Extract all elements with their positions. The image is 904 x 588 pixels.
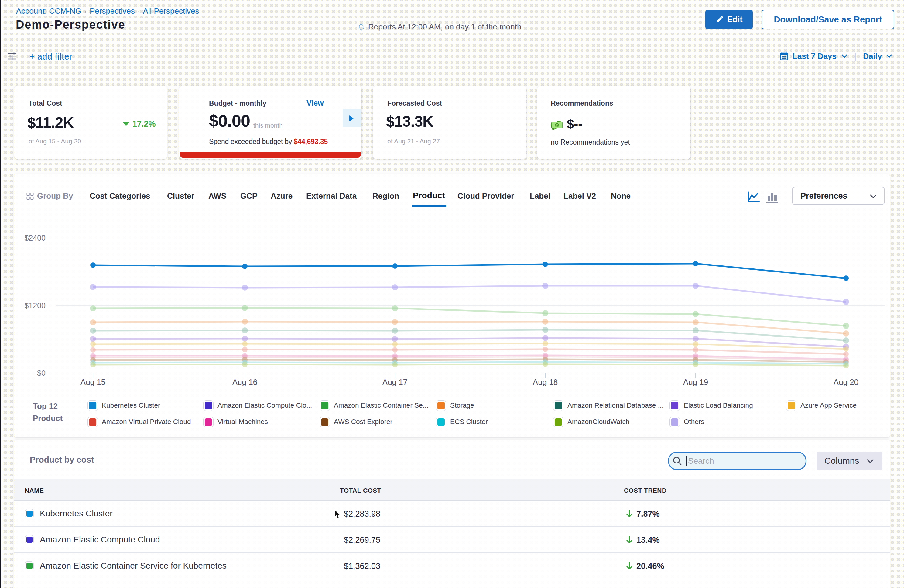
svg-text:$1200: $1200: [24, 301, 46, 310]
svg-text:$: $: [556, 124, 558, 127]
svg-text:$0: $0: [37, 369, 46, 377]
svg-text:$2400: $2400: [24, 234, 46, 242]
svg-text:Aug 16: Aug 16: [232, 378, 257, 387]
svg-text:Aug 18: Aug 18: [533, 378, 558, 387]
svg-text:Aug 17: Aug 17: [382, 378, 407, 387]
svg-text:Aug 19: Aug 19: [683, 378, 708, 387]
svg-text:Aug 15: Aug 15: [81, 378, 106, 387]
svg-text:Aug 20: Aug 20: [833, 378, 858, 387]
